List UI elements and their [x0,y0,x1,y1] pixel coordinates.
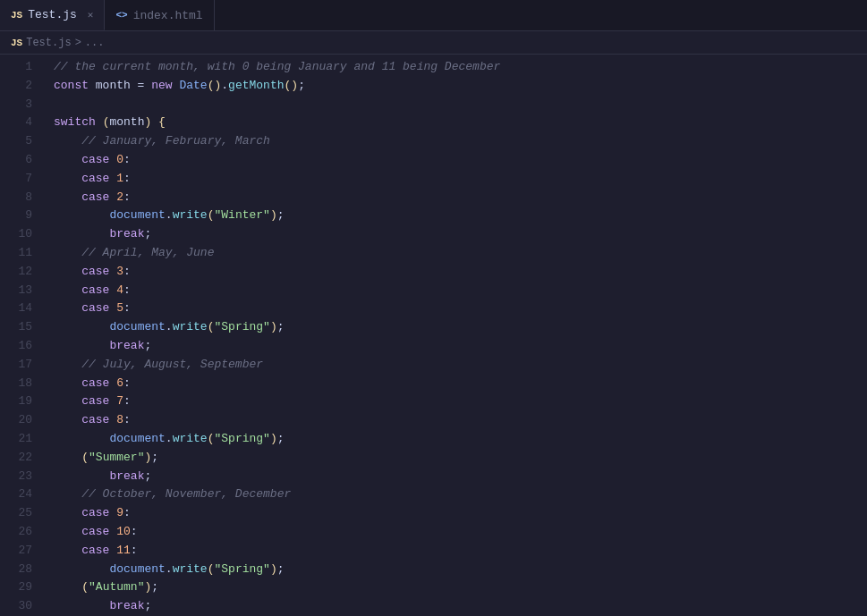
line-number: 27 [11,542,32,561]
token-plain [54,358,81,371]
token-number: 10 [116,525,131,538]
token-function: document [109,432,165,445]
code-line: case 6: [54,375,867,393]
code-line: document.write("Spring"); [54,318,867,337]
line-number: 13 [11,282,32,300]
code-content[interactable]: // the current month, with 0 being Janua… [43,55,867,616]
token-keyword: case [81,544,109,557]
token-plain: : [123,265,131,278]
token-keyword: case [81,506,109,519]
line-number: 8 [11,189,32,207]
code-line: case 5: [54,300,867,318]
line-number: 9 [11,207,32,225]
token-plain: : [123,394,131,408]
token-plain: ; [277,562,285,576]
token-plain: : [131,544,138,557]
token-plain [54,153,81,166]
breadcrumb-filename: Test.js [26,37,71,49]
code-line: switch (month) { [54,114,867,132]
token-plain [54,599,109,612]
token-function: Date [179,79,207,92]
tab-label-test-js: Test.js [28,8,77,21]
token-plain: ; [298,79,305,92]
token-number: 7 [116,394,123,408]
code-line: // January, February, March [54,132,867,151]
token-keyword: case [81,413,109,426]
code-line: break; [54,337,867,356]
token-plain: ; [144,469,151,483]
token-method: getMonth [228,79,284,92]
line-number: 16 [11,337,32,356]
tab-test-js[interactable]: JS Test.js ✕ [0,0,105,30]
token-plain [54,506,81,519]
code-line: case 3: [54,263,867,282]
code-line: case 9: [54,504,867,523]
close-icon[interactable]: ✕ [88,9,94,21]
token-plain: month = [89,79,151,92]
token-plain [54,580,81,594]
token-keyword: break [109,339,144,352]
token-plain: month [109,115,144,129]
line-number: 2 [11,77,32,96]
tab-index-html[interactable]: <> index.html [105,0,214,30]
code-line: case 2: [54,189,867,207]
token-plain [54,172,81,185]
token-plain [54,469,109,483]
token-plain [54,376,81,390]
token-paren: () [285,79,299,92]
token-plain: . [166,562,173,576]
token-plain: . [166,432,173,445]
token-plain: ; [277,320,285,333]
code-line: case 10: [54,523,867,542]
token-plain [54,208,109,222]
token-string: "Spring" [214,432,269,445]
token-function: document [109,320,165,333]
code-line: case 4: [54,282,867,300]
token-plain [54,394,81,408]
token-plain: : [123,506,131,519]
token-plain: ; [151,580,158,594]
line-number: 5 [11,132,32,151]
line-number: 19 [11,392,32,411]
token-plain [54,451,81,464]
line-number: 6 [11,151,32,170]
line-number: 29 [11,578,32,597]
token-string: "Summer" [89,451,144,464]
token-plain [54,525,81,538]
token-plain: : [131,525,138,538]
token-plain: : [123,283,131,297]
token-plain [54,265,81,278]
token-plain [54,301,81,315]
line-number: 20 [11,411,32,430]
code-line: // the current month, with 0 being Janua… [54,58,867,77]
token-plain [96,115,103,129]
code-line: // July, August, September [54,356,867,375]
token-function: document [109,208,165,222]
token-method: write [173,320,208,333]
line-number: 25 [11,504,32,523]
token-method: write [173,208,208,222]
token-plain [54,246,81,259]
breadcrumb-separator: > [75,37,81,49]
line-numbers: 1234567891011121314151617181920212223242… [0,55,43,616]
token-plain: . [166,320,173,333]
token-number: 0 [116,153,123,166]
code-line: // April, May, June [54,244,867,263]
code-line: break; [54,468,867,486]
token-number: 8 [116,413,123,426]
code-line: // October, November, December [54,485,867,504]
line-number: 7 [11,170,32,189]
code-line: document.write("Spring"); [54,430,867,449]
line-number: 21 [11,430,32,449]
code-line: document.write("Spring"); [54,561,867,579]
token-plain: ; [151,451,158,464]
token-keyword: switch [54,115,96,129]
line-number: 30 [11,597,32,616]
token-paren: ( [81,580,89,594]
token-plain: : [123,172,131,185]
line-number: 11 [11,244,32,263]
js-file-icon: JS [11,10,22,21]
code-line: case 11: [54,542,867,561]
code-line: const month = new Date().getMonth(); [54,77,867,96]
token-plain: ; [277,208,285,222]
